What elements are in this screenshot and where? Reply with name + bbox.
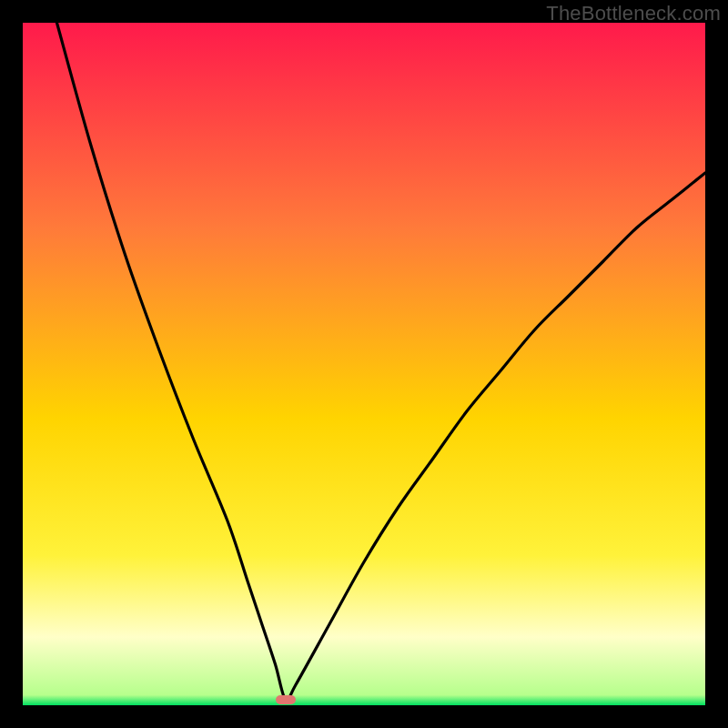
curve-layer [23, 23, 705, 705]
chart-frame: TheBottleneck.com [0, 0, 728, 728]
min-marker [276, 695, 297, 705]
plot-area [23, 23, 705, 705]
watermark-text: TheBottleneck.com [546, 2, 721, 25]
curve-path [57, 23, 706, 701]
